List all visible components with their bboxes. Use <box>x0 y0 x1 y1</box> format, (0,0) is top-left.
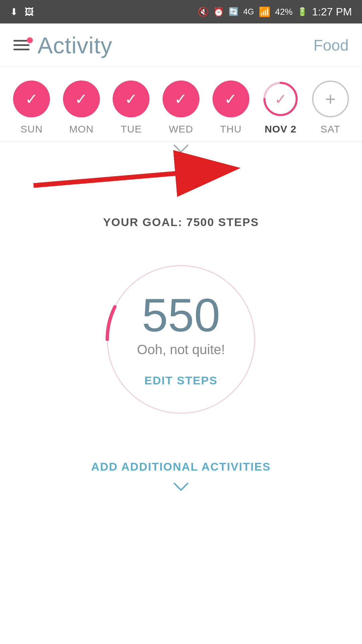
steps-circle: 550 Ooh, not quite! EDIT STEPS <box>97 256 265 423</box>
battery-icon: 🔋 <box>297 7 307 16</box>
nav-notification-dot <box>27 37 33 43</box>
signal-label: 4G <box>243 7 254 16</box>
day-item-nov2[interactable]: ✓ NOV 2 <box>262 80 299 135</box>
day-circle-thu: ✓ <box>213 80 249 117</box>
day-item-tue[interactable]: ✓ TUE <box>113 80 149 135</box>
steps-subtitle: Ooh, not quite! <box>137 342 225 357</box>
hamburger-line-3 <box>13 49 29 50</box>
day-label-sat: SAT <box>320 123 340 135</box>
day-label-mon: MON <box>69 123 94 135</box>
nav-left: Activity <box>13 32 112 58</box>
day-label-thu: THU <box>220 123 242 135</box>
day-item-wed[interactable]: ✓ WED <box>163 80 199 135</box>
alarm-icon: ⏰ <box>213 7 224 17</box>
day-label-tue: TUE <box>121 123 142 135</box>
image-icon: 🖼 <box>24 6 34 17</box>
day-label-wed: WED <box>169 123 193 135</box>
status-time: 1:27 PM <box>312 6 352 18</box>
battery-label: 42% <box>275 7 293 17</box>
status-bar: ⬇ 🖼 🔇 ⏰ 🔄 4G 📶 42% 🔋 1:27 PM <box>0 0 362 23</box>
day-label-nov2: NOV 2 <box>265 123 297 135</box>
steps-info: 550 Ooh, not quite! EDIT STEPS <box>137 292 225 387</box>
day-circle-mon: ✓ <box>63 80 100 117</box>
top-nav: Activity Food <box>0 23 362 67</box>
svg-line-3 <box>34 169 231 185</box>
day-circle-wed: ✓ <box>163 80 199 117</box>
steps-container: 550 Ooh, not quite! EDIT STEPS <box>0 235 362 433</box>
week-day-selector: ✓ SUN ✓ MON ✓ TUE ✓ WED ✓ THU ✓ NOV 2 <box>0 67 362 142</box>
day-label-sun: SUN <box>20 123 43 135</box>
download-icon: ⬇ <box>10 6 18 17</box>
day-circle-sun: ✓ <box>13 80 50 117</box>
add-activities-section: ADD ADDITIONAL ACTIVITIES <box>0 433 362 500</box>
day-item-mon[interactable]: ✓ MON <box>63 80 100 135</box>
day-item-sat[interactable]: + SAT <box>312 80 349 135</box>
sync-icon: 🔄 <box>229 7 239 16</box>
goal-section: YOUR GOAL: 7500 STEPS <box>0 202 362 235</box>
arrow-section <box>0 142 362 202</box>
day-circle-tue: ✓ <box>113 80 149 117</box>
day-item-thu[interactable]: ✓ THU <box>213 80 249 135</box>
goal-text: YOUR GOAL: 7500 STEPS <box>7 216 355 229</box>
status-left-icons: ⬇ 🖼 <box>10 6 34 17</box>
food-nav-button[interactable]: Food <box>313 36 349 54</box>
page-title: Activity <box>38 32 112 58</box>
status-right-icons: 🔇 ⏰ 🔄 4G 📶 42% 🔋 1:27 PM <box>198 6 352 18</box>
add-activities-button[interactable]: ADD ADDITIONAL ACTIVITIES <box>91 460 271 473</box>
nov2-checkmark: ✓ <box>275 91 287 108</box>
hamburger-line-2 <box>13 44 29 46</box>
red-arrow-annotation <box>0 149 362 199</box>
day-circle-nov2: ✓ <box>262 80 299 117</box>
mute-icon: 🔇 <box>198 7 208 17</box>
bottom-chevron-icon <box>7 480 355 493</box>
edit-steps-button[interactable]: EDIT STEPS <box>144 374 218 387</box>
day-circle-sat: + <box>312 80 349 117</box>
day-item-sun[interactable]: ✓ SUN <box>13 80 50 135</box>
hamburger-menu-button[interactable] <box>13 40 29 50</box>
wifi-icon: 📶 <box>259 6 270 17</box>
steps-count-value: 550 <box>142 292 220 339</box>
